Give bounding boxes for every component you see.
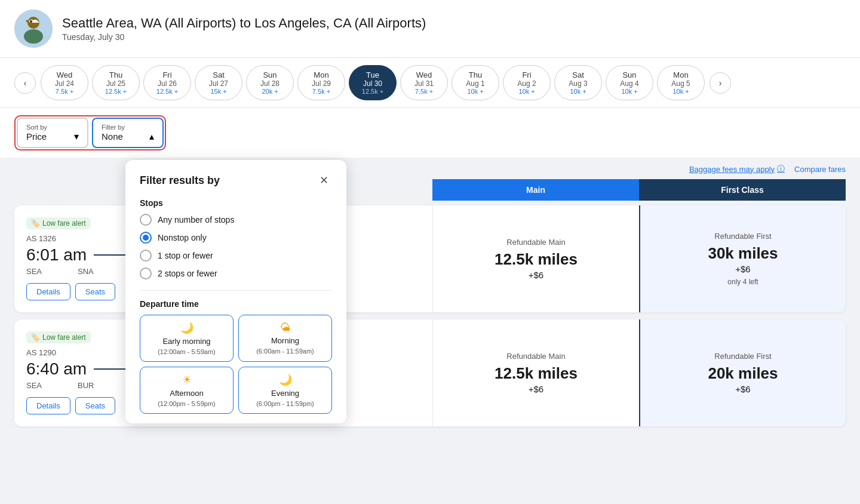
date-pill-4[interactable]: Sun Jul 28 20k + xyxy=(246,65,294,100)
main-fare-cell[interactable]: Refundable Main 12.5k miles +$6 xyxy=(432,319,639,426)
date-label: Jul 29 xyxy=(312,79,331,88)
day-name: Mon xyxy=(314,70,328,79)
price-label: 7.5k + xyxy=(312,88,330,95)
fare-class-tab-first[interactable]: First Class xyxy=(639,179,846,201)
fare-class-tab-main[interactable]: Main xyxy=(432,179,639,201)
seats-button[interactable]: Seats xyxy=(75,397,115,414)
time-period-btn-1[interactable]: 🌤 Morning (6:00am - 11:59am) xyxy=(238,315,332,362)
depart-time: 6:40 am xyxy=(26,359,87,379)
page-subtitle: Tuesday, July 30 xyxy=(62,32,426,42)
time-buttons: 🌙 Early morning (12:00am - 5:59am) 🌤 Mor… xyxy=(140,315,332,414)
header: Seattle Area, WA (All Airports) to Los A… xyxy=(0,0,860,58)
price-label: 12.5k + xyxy=(362,88,383,95)
departure-section-title: Departure time xyxy=(140,299,332,309)
date-pill-8[interactable]: Thu Aug 1 10k + xyxy=(452,65,499,100)
first-fare-cell[interactable]: Refundable First 20k miles +$6 xyxy=(639,319,846,426)
baggage-fees-text: Baggage fees may apply xyxy=(689,165,775,174)
sort-dropdown[interactable]: Sort by Price ▾ xyxy=(17,118,88,148)
date-pill-11[interactable]: Sun Aug 4 10k + xyxy=(606,65,653,100)
compare-fares-link[interactable]: Compare fares xyxy=(794,165,846,174)
date-label: Aug 5 xyxy=(671,79,690,88)
date-pill-6[interactable]: Tue Jul 30 12.5k + xyxy=(349,65,397,100)
date-label: Jul 26 xyxy=(158,79,177,88)
time-period-btn-3[interactable]: 🌙 Evening (6:00pm - 11:59pm) xyxy=(238,367,332,414)
filter-dropdown[interactable]: Filter by None ▴ xyxy=(92,118,164,148)
details-button[interactable]: Details xyxy=(26,397,70,414)
date-label: Jul 25 xyxy=(106,79,125,88)
filter-label: Filter by xyxy=(102,124,154,131)
date-pill-7[interactable]: Wed Jul 31 7.5k + xyxy=(400,65,448,100)
day-name: Thu xyxy=(109,70,122,79)
time-range: (6:00am - 11:59am) xyxy=(256,348,314,355)
controls-bar: Sort by Price ▾ Filter by None ▴ xyxy=(0,108,860,158)
depart-airport: SEA xyxy=(26,267,42,276)
time-period-btn-2[interactable]: ☀ Afternoon (12:00pm - 5:59pm) xyxy=(140,367,234,414)
badge-text: Low fare alert xyxy=(42,219,86,228)
date-label: Jul 28 xyxy=(260,79,280,88)
day-name: Wed xyxy=(57,70,73,79)
first-fare-type: Refundable First xyxy=(714,232,771,241)
date-pill-12[interactable]: Mon Aug 5 10k + xyxy=(657,65,705,100)
main-miles: 12.5k miles xyxy=(494,250,578,269)
sort-chevron-icon: ▾ xyxy=(74,131,79,142)
highlight-box: Sort by Price ▾ Filter by None ▴ xyxy=(14,115,166,150)
date-pill-0[interactable]: Wed Jul 24 7.5k + xyxy=(41,65,88,100)
stop-option-3[interactable]: 2 stops or fewer xyxy=(140,268,332,279)
date-pills: Wed Jul 24 7.5k + Thu Jul 25 12.5k + Fri… xyxy=(41,65,705,100)
radio-circle xyxy=(140,250,152,262)
sort-value: Price xyxy=(26,131,47,142)
depart-time: 6:01 am xyxy=(26,245,87,265)
day-name: Tue xyxy=(366,70,379,79)
low-fare-badge: 🏷️ Low fare alert xyxy=(26,331,91,343)
filter-modal: Filter results by ✕ Stops Any number of … xyxy=(125,160,346,423)
modal-divider xyxy=(140,290,332,291)
radio-circle xyxy=(140,214,152,226)
stop-option-1[interactable]: Nonstop only xyxy=(140,232,332,244)
filter-modal-header: Filter results by ✕ xyxy=(140,172,332,189)
header-avatar xyxy=(14,10,53,48)
date-pill-5[interactable]: Mon Jul 29 7.5k + xyxy=(297,65,345,100)
main-fare-type: Refundable Main xyxy=(506,238,565,247)
day-name: Fri xyxy=(162,70,171,79)
next-date-button[interactable]: › xyxy=(710,72,731,94)
svg-point-1 xyxy=(24,29,43,44)
main-content: Filter results by ✕ Stops Any number of … xyxy=(0,158,860,448)
date-pill-1[interactable]: Thu Jul 25 12.5k + xyxy=(92,65,140,100)
time-icon: 🌤 xyxy=(280,321,291,334)
details-button[interactable]: Details xyxy=(26,283,70,300)
filter-close-button[interactable]: ✕ xyxy=(315,172,332,189)
price-label: 10k + xyxy=(570,88,586,95)
seats-button[interactable]: Seats xyxy=(75,283,115,300)
first-fare-type: Refundable First xyxy=(714,352,771,361)
date-pill-3[interactable]: Sat Jul 27 15k + xyxy=(195,65,242,100)
time-icon: 🌙 xyxy=(180,321,194,334)
prev-date-button[interactable]: ‹ xyxy=(14,72,36,94)
day-name: Sun xyxy=(263,70,277,79)
first-fare-cell[interactable]: Refundable First 30k miles +$6 only 4 le… xyxy=(639,205,846,312)
header-text: Seattle Area, WA (All Airports) to Los A… xyxy=(62,16,426,42)
price-label: 7.5k + xyxy=(56,88,73,95)
main-fare-type: Refundable Main xyxy=(506,352,565,361)
main-fee: +$6 xyxy=(529,270,543,280)
sort-label: Sort by xyxy=(26,124,79,131)
baggage-fees-link[interactable]: Baggage fees may apply ⓘ xyxy=(689,164,785,174)
time-range: (6:00pm - 11:59pm) xyxy=(256,400,314,407)
day-name: Sat xyxy=(213,70,225,79)
price-label: 20k + xyxy=(262,88,278,95)
radio-circle xyxy=(140,232,152,244)
time-period-btn-0[interactable]: 🌙 Early morning (12:00am - 5:59am) xyxy=(140,315,234,362)
low-fare-badge: 🏷️ Low fare alert xyxy=(26,217,91,229)
time-name: Evening xyxy=(271,389,299,398)
main-fare-cell[interactable]: Refundable Main 12.5k miles +$6 xyxy=(432,205,639,312)
stop-option-2[interactable]: 1 stop or fewer xyxy=(140,250,332,262)
date-pill-9[interactable]: Fri Aug 2 10k + xyxy=(503,65,551,100)
filter-value: None xyxy=(102,131,123,142)
stop-option-0[interactable]: Any number of stops xyxy=(140,214,332,226)
price-label: 10k + xyxy=(467,88,483,95)
date-pill-10[interactable]: Sat Aug 3 10k + xyxy=(554,65,602,100)
day-name: Sat xyxy=(572,70,584,79)
time-name: Early morning xyxy=(162,337,210,346)
date-pill-2[interactable]: Fri Jul 26 12.5k + xyxy=(143,65,191,100)
price-label: 12.5k + xyxy=(105,88,127,95)
date-label: Aug 1 xyxy=(466,79,484,88)
